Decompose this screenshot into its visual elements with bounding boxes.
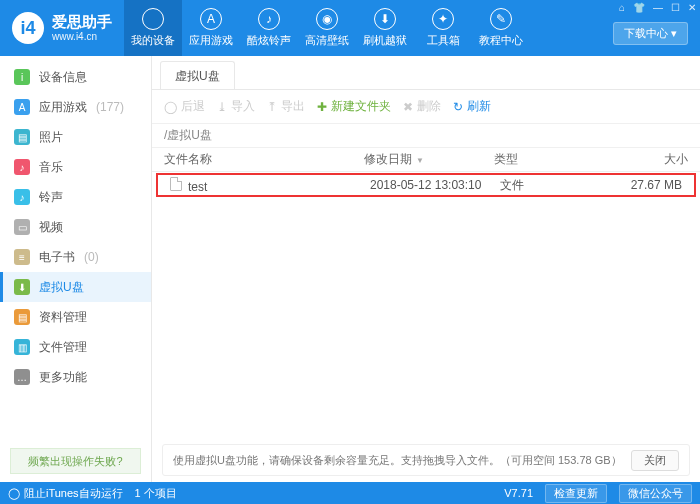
check-update-button[interactable]: 检查更新 (545, 484, 607, 503)
sidebar-label: 虚拟U盘 (39, 279, 84, 296)
sidebar-item[interactable]: ≡电子书 (0) (0, 242, 151, 272)
itunes-block-toggle[interactable]: ◯阻止iTunes自动运行 (8, 486, 123, 501)
sidebar-item[interactable]: ▭视频 (0, 212, 151, 242)
sidebar-item[interactable]: …更多功能 (0, 362, 151, 392)
import-icon: ⤓ (217, 100, 227, 114)
hint-bar: 使用虚拟U盘功能，请确保设备剩余容量充足。支持拖拽导入文件。（可用空间 153.… (162, 444, 690, 476)
skin-icon[interactable]: 👕 (633, 2, 645, 13)
sidebar-icon: ▤ (14, 129, 30, 145)
back-icon: ◯ (164, 100, 177, 114)
item-count: 1 个项目 (135, 486, 177, 501)
nav-label: 应用游戏 (189, 33, 233, 48)
brand: i4 爱思助手 www.i4.cn (0, 0, 124, 56)
nav-icon: A (200, 8, 222, 30)
col-name[interactable]: 文件名称 (164, 151, 364, 168)
top-nav-item[interactable]: 我的设备 (124, 0, 182, 56)
sidebar-item[interactable]: ▤资料管理 (0, 302, 151, 332)
nav-icon: ✦ (432, 8, 454, 30)
col-size[interactable]: 大小 (574, 151, 688, 168)
sidebar-icon: ♪ (14, 189, 30, 205)
chevron-down-icon: ▾ (671, 27, 677, 39)
file-list-empty-area (152, 198, 700, 438)
sidebar-help-link[interactable]: 频繁出现操作失败? (10, 448, 141, 474)
delete-icon: ✖ (403, 100, 413, 114)
minimize-button[interactable]: — (653, 2, 663, 13)
sidebar-item[interactable]: ▤照片 (0, 122, 151, 152)
nav-icon: ⬇ (374, 8, 396, 30)
sidebar-item[interactable]: i设备信息 (0, 62, 151, 92)
top-nav: 我的设备A应用游戏♪酷炫铃声◉高清壁纸⬇刷机越狱✦工具箱✎教程中心 (124, 0, 530, 56)
wechat-button[interactable]: 微信公众号 (619, 484, 692, 503)
top-nav-item[interactable]: ✦工具箱 (414, 0, 472, 56)
nav-label: 工具箱 (427, 33, 460, 48)
top-nav-item[interactable]: ✎教程中心 (472, 0, 530, 56)
content-pane: 虚拟U盘 ◯后退 ⤓导入 ⤒导出 ✚新建文件夹 ✖删除 ↻刷新 /虚拟U盘 文件… (152, 56, 700, 482)
nav-icon: ✎ (490, 8, 512, 30)
top-nav-item[interactable]: A应用游戏 (182, 0, 240, 56)
back-button: ◯后退 (164, 98, 205, 115)
sidebar-icon: ▤ (14, 309, 30, 325)
col-date[interactable]: 修改日期 (364, 151, 494, 168)
export-button[interactable]: ⤒导出 (267, 98, 305, 115)
brand-url: www.i4.cn (52, 31, 112, 42)
refresh-button[interactable]: ↻刷新 (453, 98, 491, 115)
sidebar-icon: ⬇ (14, 279, 30, 295)
sidebar-item[interactable]: ▥文件管理 (0, 332, 151, 362)
top-nav-item[interactable]: ⬇刷机越狱 (356, 0, 414, 56)
cell-name: test (170, 177, 370, 194)
close-button[interactable]: ✕ (688, 2, 696, 13)
column-headers: 文件名称 修改日期 类型 大小 (152, 148, 700, 172)
nav-label: 教程中心 (479, 33, 523, 48)
sidebar-icon: i (14, 69, 30, 85)
sidebar-count: (0) (84, 250, 99, 264)
nav-label: 酷炫铃声 (247, 33, 291, 48)
maximize-button[interactable]: ☐ (671, 2, 680, 13)
add-icon: ✚ (317, 100, 327, 114)
sidebar-label: 电子书 (39, 249, 75, 266)
cell-date: 2018-05-12 13:03:10 (370, 178, 500, 192)
top-nav-item[interactable]: ◉高清壁纸 (298, 0, 356, 56)
sidebar: i设备信息A应用游戏 (177)▤照片♪音乐♪铃声▭视频≡电子书 (0)⬇虚拟U… (0, 56, 152, 482)
sidebar-item[interactable]: ⬇虚拟U盘 (0, 272, 151, 302)
sidebar-icon: ♪ (14, 159, 30, 175)
nav-label: 刷机越狱 (363, 33, 407, 48)
sidebar-icon: ≡ (14, 249, 30, 265)
sidebar-icon: ▥ (14, 339, 30, 355)
refresh-icon: ↻ (453, 100, 463, 114)
sidebar-label: 设备信息 (39, 69, 87, 86)
download-center-button[interactable]: 下载中心 ▾ (613, 22, 688, 45)
sidebar-icon: ▭ (14, 219, 30, 235)
sidebar-item[interactable]: A应用游戏 (177) (0, 92, 151, 122)
export-icon: ⤒ (267, 100, 277, 114)
tabbar: 虚拟U盘 (152, 56, 700, 90)
nav-label: 我的设备 (131, 33, 175, 48)
new-folder-button[interactable]: ✚新建文件夹 (317, 98, 391, 115)
col-type[interactable]: 类型 (494, 151, 574, 168)
breadcrumb: /虚拟U盘 (152, 124, 700, 148)
table-row[interactable]: test2018-05-12 13:03:10文件27.67 MB (156, 173, 696, 197)
cell-size: 27.67 MB (580, 178, 682, 192)
sidebar-item[interactable]: ♪铃声 (0, 182, 151, 212)
import-button[interactable]: ⤓导入 (217, 98, 255, 115)
sidebar-item[interactable]: ♪音乐 (0, 152, 151, 182)
file-icon (170, 177, 182, 191)
sidebar-count: (177) (96, 100, 124, 114)
brand-name: 爱思助手 (52, 14, 112, 31)
version-label: V7.71 (504, 487, 533, 499)
brand-logo-icon: i4 (12, 12, 44, 44)
nav-icon (142, 8, 164, 30)
cell-type: 文件 (500, 177, 580, 194)
sidebar-icon: A (14, 99, 30, 115)
settings-icon[interactable]: ⌂ (619, 2, 625, 13)
delete-button[interactable]: ✖删除 (403, 98, 441, 115)
tab-virtual-udisk[interactable]: 虚拟U盘 (160, 61, 235, 89)
top-nav-item[interactable]: ♪酷炫铃声 (240, 0, 298, 56)
nav-icon: ♪ (258, 8, 280, 30)
hint-close-button[interactable]: 关闭 (631, 450, 679, 471)
app-header: i4 爱思助手 www.i4.cn 我的设备A应用游戏♪酷炫铃声◉高清壁纸⬇刷机… (0, 0, 700, 56)
download-center-label: 下载中心 (624, 27, 668, 39)
sidebar-label: 更多功能 (39, 369, 87, 386)
nav-label: 高清壁纸 (305, 33, 349, 48)
sidebar-label: 音乐 (39, 159, 63, 176)
sidebar-label: 视频 (39, 219, 63, 236)
